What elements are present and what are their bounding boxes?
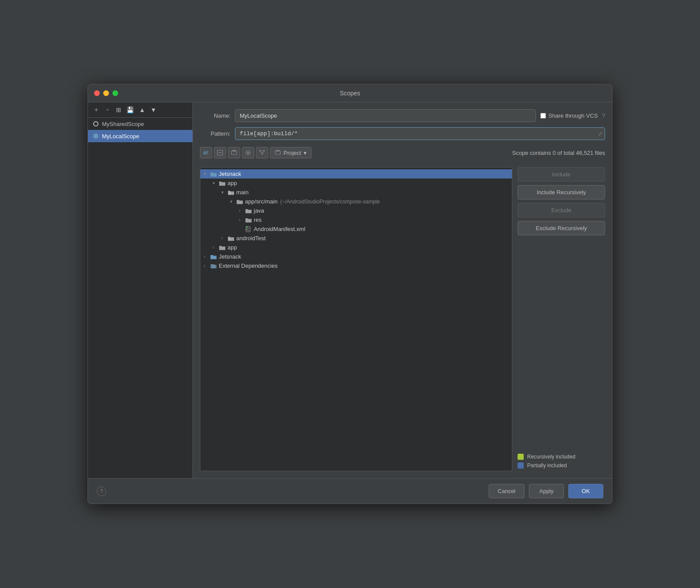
node-label: app	[228, 244, 237, 251]
show-included-button[interactable]	[242, 147, 254, 158]
folder-module-icon	[210, 171, 217, 177]
exclude-button[interactable]: Exclude	[518, 203, 605, 217]
folder-src-icon: T	[228, 235, 234, 242]
svg-rect-2	[231, 151, 237, 154]
svg-rect-3	[232, 150, 236, 151]
arrow-icon[interactable]: ›	[204, 263, 210, 268]
tree-node-res[interactable]: › res	[200, 215, 512, 224]
mark-included-button[interactable]	[200, 147, 212, 158]
dialog-body: ＋ － ⊞ 💾 ▲ ▼ MySharedScope MyLocalScope	[88, 102, 612, 478]
folder-src-icon: M	[228, 189, 234, 196]
help-button[interactable]: ?	[97, 486, 106, 496]
apply-button[interactable]: Apply	[529, 484, 564, 498]
arrow-icon[interactable]: ▾	[204, 172, 210, 176]
node-label: main	[236, 189, 248, 196]
add-scope-button[interactable]: ＋	[91, 105, 101, 115]
remove-scope-button[interactable]: －	[103, 105, 112, 115]
tree-node-main[interactable]: ▾ M main	[200, 188, 512, 197]
exclude-recursively-button[interactable]: Exclude Recursively	[518, 221, 605, 235]
node-label: androidTest	[236, 235, 266, 242]
manifest-icon: MF	[245, 226, 252, 232]
sidebar: ＋ － ⊞ 💾 ▲ ▼ MySharedScope MyLocalScope	[88, 102, 193, 478]
local-scope-icon	[92, 133, 99, 140]
recursively-included-color	[518, 454, 524, 460]
scopes-dialog: Scopes ＋ － ⊞ 💾 ▲ ▼ MySharedScope	[88, 84, 612, 504]
tree-toolbar: Project ▾	[200, 145, 312, 160]
tree-node-android-manifest[interactable]: MF AndroidManifest.xml	[200, 224, 512, 234]
project-dropdown[interactable]: Project ▾	[270, 147, 312, 158]
pattern-label: Pattern:	[200, 130, 231, 137]
svg-text:MF: MF	[246, 229, 248, 231]
include-button[interactable]: Include	[518, 167, 605, 182]
pattern-input-wrap: ⤢	[235, 127, 605, 140]
move-up-button[interactable]: ▲	[137, 105, 147, 114]
tree-node-android-test[interactable]: › T androidTest	[200, 234, 512, 243]
arrow-icon[interactable]: ›	[221, 236, 228, 241]
node-label: java	[254, 207, 264, 214]
svg-point-5	[247, 152, 249, 154]
minimize-button[interactable]	[103, 91, 109, 96]
legend-label: Partially included	[527, 462, 567, 469]
tree-node-external-deps[interactable]: › External Dependencies	[200, 261, 512, 270]
cancel-button[interactable]: Cancel	[489, 484, 525, 498]
content-area: ▾ Jetsnack ▾	[200, 167, 605, 471]
arrow-icon[interactable]: ▾	[213, 181, 219, 186]
folder-icon	[219, 245, 226, 251]
share-vcs-checkbox[interactable]	[540, 113, 546, 119]
maximize-button[interactable]	[112, 91, 118, 96]
node-label: External Dependencies	[219, 262, 277, 269]
sidebar-item-label: MySharedScope	[102, 121, 144, 127]
tree-node-java[interactable]: › java	[200, 206, 512, 215]
collapse-all-button[interactable]	[214, 147, 226, 158]
ok-button[interactable]: OK	[568, 484, 603, 498]
sidebar-item-my-local-scope[interactable]: MyLocalScope	[88, 130, 192, 142]
expand-icon[interactable]: ⤢	[598, 131, 602, 137]
node-label: app/src/main	[245, 198, 277, 205]
footer-actions: Cancel Apply OK	[489, 484, 603, 498]
svg-rect-6	[275, 151, 280, 154]
node-label: Jetsnack	[219, 253, 241, 260]
tree-node-jetsnack-root[interactable]: ▾ Jetsnack	[200, 169, 512, 178]
arrow-icon[interactable]: ›	[204, 254, 210, 259]
shared-scope-icon	[92, 120, 99, 127]
dropdown-arrow-icon: ▾	[304, 150, 307, 156]
main-content: Name: Share through VCS ? Pattern: ⤢	[193, 102, 612, 478]
svg-rect-7	[276, 150, 280, 151]
copy-scope-button[interactable]: ⊞	[114, 105, 123, 114]
folder-icon	[219, 180, 226, 186]
move-down-button[interactable]: ▼	[149, 105, 158, 114]
dialog-footer: ? Cancel Apply OK	[88, 478, 612, 504]
show-module-button[interactable]	[228, 147, 240, 158]
tree-node-jetsnack2[interactable]: › Jetsnack	[200, 252, 512, 261]
node-label: Jetsnack	[219, 171, 241, 177]
save-scope-button[interactable]: 💾	[125, 105, 136, 114]
pattern-input[interactable]	[235, 127, 605, 140]
right-panel: Include Include Recursively Exclude Excl…	[518, 167, 605, 471]
name-label: Name:	[200, 112, 231, 119]
filter-button[interactable]	[256, 147, 268, 158]
arrow-icon[interactable]: ›	[239, 208, 245, 213]
folder-module-icon	[210, 254, 217, 260]
arrow-icon[interactable]: ›	[239, 217, 245, 222]
include-recursively-button[interactable]: Include Recursively	[518, 185, 605, 200]
window-controls	[94, 91, 118, 96]
node-label: AndroidManifest.xml	[254, 226, 305, 232]
title-bar: Scopes	[88, 84, 612, 102]
tree-node-app2[interactable]: › app	[200, 243, 512, 252]
legend-label: Recursively included	[527, 454, 575, 460]
sidebar-item-my-shared-scope[interactable]: MySharedScope	[88, 118, 192, 130]
svg-rect-8	[211, 172, 213, 173]
folder-external-icon	[210, 263, 217, 269]
arrow-icon[interactable]: ▾	[221, 190, 228, 195]
share-vcs-label: Share through VCS	[549, 112, 598, 119]
node-label: app	[228, 180, 237, 186]
scope-count: Scope contains 0 of total 46,521 files	[512, 150, 605, 156]
arrow-icon[interactable]: ›	[213, 245, 219, 250]
tree-node-app-src-main[interactable]: ▾ app/src/main (~/AndroidStudioProjects/…	[200, 197, 512, 206]
close-button[interactable]	[94, 91, 100, 96]
vcs-help-icon[interactable]: ?	[602, 113, 605, 119]
tree-node-app[interactable]: ▾ app	[200, 178, 512, 188]
sidebar-item-label: MyLocalScope	[102, 133, 139, 140]
name-input[interactable]	[235, 109, 536, 122]
arrow-icon[interactable]: ▾	[230, 199, 236, 204]
